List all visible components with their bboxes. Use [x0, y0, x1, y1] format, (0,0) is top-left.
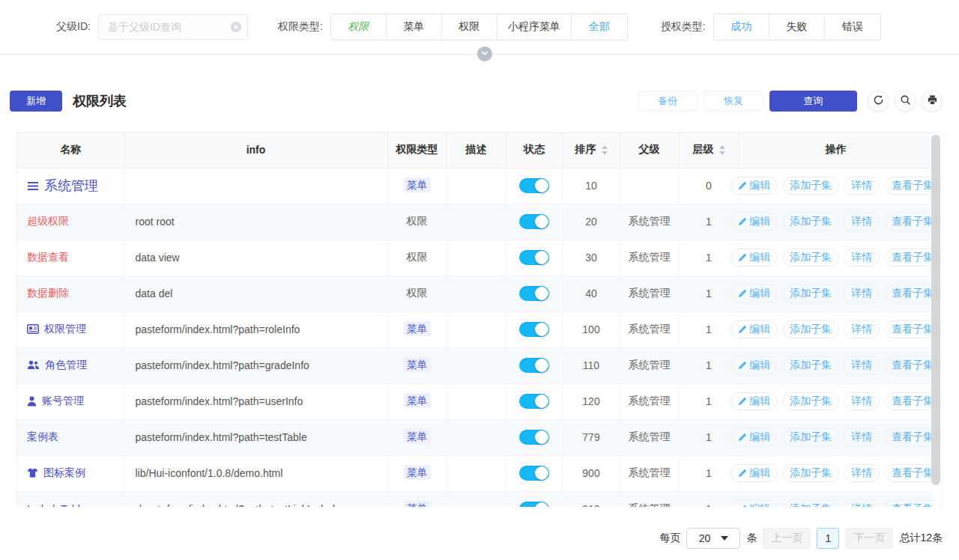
restore-button[interactable]: 恢复	[704, 91, 763, 111]
page-size-select[interactable]: 20	[686, 528, 740, 549]
cell-info: pasteform/index.html?path=testTable	[124, 419, 387, 455]
add-child-action[interactable]: 添加子集	[782, 249, 839, 267]
permission-type-option-4[interactable]: 全部	[572, 14, 627, 40]
detail-action[interactable]: 详情	[844, 392, 880, 410]
edit-action[interactable]: 编辑	[730, 392, 778, 410]
detail-action[interactable]: 详情	[844, 356, 880, 374]
status-toggle[interactable]	[519, 394, 549, 409]
query-button[interactable]: 查询	[769, 91, 857, 112]
cell-info: root root	[124, 204, 387, 240]
status-toggle[interactable]	[519, 178, 549, 193]
permission-type-option-3[interactable]: 小程序菜单	[497, 14, 572, 40]
status-toggle[interactable]	[519, 358, 549, 373]
action-label: 编辑	[749, 430, 770, 444]
permission-type-value[interactable]: 菜单	[404, 429, 431, 444]
add-child-action[interactable]: 添加子集	[782, 500, 839, 507]
sort-icon[interactable]	[602, 145, 608, 155]
row-name-link[interactable]: IncludeTable	[27, 503, 86, 507]
refresh-button[interactable]	[868, 91, 889, 112]
status-toggle[interactable]	[519, 214, 549, 229]
detail-action[interactable]: 详情	[844, 320, 880, 338]
edit-action[interactable]: 编辑	[730, 428, 778, 446]
auth-type-option-2[interactable]: 错误	[825, 14, 880, 40]
backup-button[interactable]: 备份	[638, 91, 698, 111]
row-name-text: 数据删除	[27, 287, 69, 300]
detail-action[interactable]: 详情	[844, 464, 880, 482]
detail-action[interactable]: 详情	[844, 177, 880, 195]
add-button[interactable]: 新增	[10, 91, 62, 112]
shirt-icon	[27, 468, 38, 478]
add-child-action[interactable]: 添加子集	[782, 356, 839, 374]
status-toggle[interactable]	[519, 466, 549, 481]
permission-type-option-0[interactable]: 权限	[331, 14, 387, 40]
sort-icon[interactable]	[719, 145, 725, 155]
permission-type-value[interactable]: 菜单	[404, 357, 431, 372]
edit-action[interactable]: 编辑	[730, 500, 778, 507]
row-name-link[interactable]: 系统管理	[27, 177, 98, 195]
auth-type-option-0[interactable]: 成功	[714, 14, 769, 40]
clear-input-icon[interactable]	[230, 21, 242, 33]
cell-name: 案例表	[17, 419, 124, 455]
collapse-filter-button[interactable]	[477, 46, 492, 61]
current-page-button[interactable]: 1	[817, 528, 839, 549]
status-toggle[interactable]	[519, 322, 549, 337]
edit-action[interactable]: 编辑	[730, 284, 778, 302]
cell-order: 30	[563, 240, 620, 276]
add-child-action[interactable]: 添加子集	[782, 464, 839, 482]
permission-type-option-2[interactable]: 权限	[442, 14, 497, 40]
table-scrollbar[interactable]	[931, 135, 940, 505]
scrollbar-thumb[interactable]	[931, 135, 940, 485]
row-name-link[interactable]: 案例表	[27, 430, 58, 444]
edit-action[interactable]: 编辑	[730, 213, 778, 231]
detail-action[interactable]: 详情	[844, 213, 880, 231]
row-name-link[interactable]: 账号管理	[27, 395, 84, 408]
edit-action[interactable]: 编辑	[730, 464, 778, 482]
row-name-link[interactable]: 图标案例	[27, 466, 85, 480]
detail-action[interactable]: 详情	[844, 500, 880, 507]
column-header-label: 操作	[826, 143, 847, 155]
add-child-action[interactable]: 添加子集	[782, 213, 839, 231]
auth-type-option-1[interactable]: 失败	[769, 14, 825, 40]
row-name-link[interactable]: 权限管理	[27, 323, 86, 336]
parent-id-input[interactable]	[98, 14, 248, 40]
row-name-link[interactable]: 超级权限	[27, 215, 69, 228]
permission-type-value[interactable]: 菜单	[404, 393, 431, 408]
row-name-text: 数据查看	[27, 251, 69, 264]
search-button[interactable]	[895, 91, 916, 112]
cell-level: 1	[679, 276, 739, 311]
row-name-link[interactable]: 角色管理	[27, 359, 87, 372]
detail-action[interactable]: 详情	[844, 428, 880, 446]
cell-permission-type: 菜单	[387, 491, 447, 507]
cell-level: 1	[679, 311, 739, 347]
permission-type-option-1[interactable]: 菜单	[387, 14, 442, 40]
permission-type-value[interactable]: 菜单	[404, 501, 431, 507]
add-child-action[interactable]: 添加子集	[782, 177, 839, 195]
prev-page-button[interactable]: 上一页	[763, 528, 811, 549]
permission-type-value[interactable]: 菜单	[404, 177, 431, 192]
print-button[interactable]	[922, 91, 943, 112]
detail-action[interactable]: 详情	[844, 249, 880, 267]
next-page-button[interactable]: 下一页	[845, 528, 893, 549]
detail-action[interactable]: 详情	[844, 284, 880, 302]
edit-action[interactable]: 编辑	[730, 356, 778, 374]
column-header-5[interactable]: 排序	[563, 133, 620, 168]
status-toggle[interactable]	[519, 286, 549, 301]
status-toggle[interactable]	[519, 502, 549, 507]
status-toggle[interactable]	[519, 430, 549, 445]
cell-permission-type: 权限	[387, 276, 447, 311]
edit-action[interactable]: 编辑	[730, 320, 778, 338]
edit-action[interactable]: 编辑	[730, 177, 778, 195]
permission-type-value[interactable]: 菜单	[404, 465, 431, 480]
row-name-link[interactable]: 数据查看	[27, 251, 69, 264]
permission-type-value[interactable]: 菜单	[404, 321, 431, 336]
add-child-action[interactable]: 添加子集	[782, 284, 839, 302]
edit-action[interactable]: 编辑	[730, 249, 778, 267]
status-toggle[interactable]	[519, 250, 549, 265]
add-child-action[interactable]: 添加子集	[782, 392, 839, 410]
action-label: 详情	[851, 323, 872, 336]
add-child-action[interactable]: 添加子集	[782, 320, 839, 338]
row-name-link[interactable]: 数据删除	[27, 287, 69, 300]
action-label: 查看子集	[892, 466, 934, 480]
add-child-action[interactable]: 添加子集	[782, 428, 839, 446]
column-header-7[interactable]: 层级	[679, 133, 739, 168]
